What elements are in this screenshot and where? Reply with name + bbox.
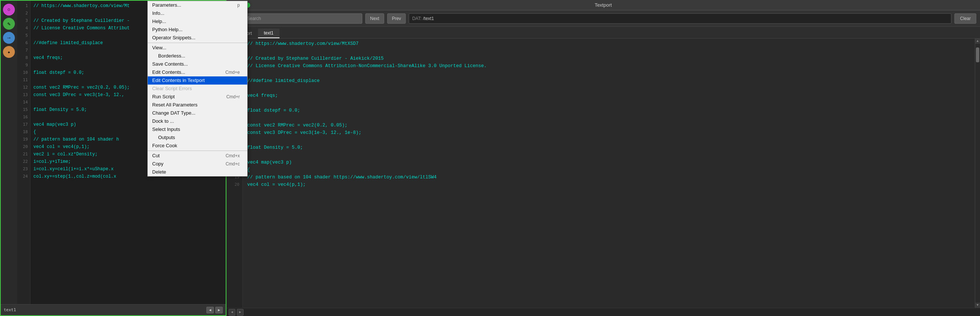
tp-code-line: // pattern based on 104 shader https://w… [247,173,970,181]
dat-label: DAT: [412,16,421,21]
menu-item-reset-all-parameters[interactable]: Reset All Parameters [148,101,247,109]
search-box[interactable]: Search [243,13,362,24]
next-button[interactable]: Next [365,13,384,24]
tp-code-line: vec4 map(vec3 p) [247,159,970,166]
menu-item-select-inputs[interactable]: Select Inputs [148,125,247,133]
tp-code-content[interactable]: // https://www.shadertoy.com/view/MtXSD7… [243,38,975,308]
left-footer: text1 ◀ ▶ [1,304,226,315]
menu-item-run-script[interactable]: Run Script Cmd+r [148,93,247,101]
tp-code-line [247,84,970,92]
line-num: 16 [17,113,30,121]
menu-item-borderless[interactable]: Borderless... [148,52,247,60]
textport-titlebar: Textport [226,0,980,10]
tp-code-line: // https://www.shadertoy.com/view/MtXSD7 [247,40,970,48]
textport-code: 1 2 3 4 5 6 7 8 9 10 11 12 13 14 15 16 1… [226,38,980,308]
line-num: 12 [17,84,30,91]
scroll-up-arrow[interactable]: ▲ [975,38,980,44]
sidebar-icon-pen[interactable]: ✎ [3,18,15,30]
line-num: 20 [17,143,30,151]
menu-item-python-help[interactable]: Python Help... [148,25,247,34]
line-num: 19 [17,136,30,143]
line-num: 18 [17,128,30,136]
scroll-thumb[interactable] [976,48,979,62]
vertical-scrollbar[interactable]: ▲ ▼ [975,38,980,308]
line-num: 21 [17,151,30,158]
menu-shortcut: Cmd+c [226,160,240,168]
tab-text1[interactable]: text1 [258,29,280,38]
footer-prev-button[interactable]: ◀ [207,307,214,313]
menu-item-edit-in-textport[interactable]: Edit Contents in Textport [148,76,247,84]
scroll-track[interactable] [975,44,980,303]
tp-code-line [247,137,970,144]
footer-tab-label: text1 [4,308,16,312]
dat-field[interactable]: DAT: /text1 [409,13,951,24]
line-num: 11 [17,76,30,84]
menu-item-change-dat-type[interactable]: Change DAT Type... [148,109,247,117]
footer-buttons: ◀ ▶ [207,307,223,313]
textport-tabs: Textport text1 [226,27,980,38]
tp-code-line: const vec3 DPrec = vec3(1e-3, 12., 1e-8)… [247,129,970,137]
line-num: 8 [17,54,30,62]
textport-toolbar: 🐍 Search Next Prev DAT: /text1 Clear [226,10,980,27]
line-num: 3 [17,17,30,24]
menu-shortcut: Cmd+x [226,152,240,160]
menu-item-edit-contents[interactable]: Edit Contents... Cmd+e [148,68,247,76]
line-num: 23 [17,165,30,173]
line-num: 2 [17,10,30,17]
sidebar-icon-circle[interactable]: ○ [3,4,15,16]
left-sidebar: ○ ✎ → ✦ [1,1,17,304]
menu-separator [148,151,247,151]
menu-separator [148,43,247,43]
tp-code-line [247,48,970,55]
tp-line-num: 20 [226,181,242,188]
menu-item-cut[interactable]: Cut Cmd+x [148,152,247,160]
menu-item-delete[interactable]: Delete [148,168,247,176]
sidebar-icon-arrow[interactable]: → [3,32,15,44]
left-panel: ○ ✎ → ✦ 1 2 3 4 5 6 7 8 9 10 11 12 13 14… [0,0,226,316]
line-num: 10 [17,69,30,76]
tp-code-line: // Created by Stephane Cuillerdier - Aie… [247,55,970,62]
left-line-numbers: 1 2 3 4 5 6 7 8 9 10 11 12 13 14 15 16 1… [17,1,30,304]
line-num: 22 [17,158,30,165]
menu-item-copy[interactable]: Copy Cmd+c [148,160,247,168]
menu-item-help[interactable]: Help... [148,17,247,25]
menu-item-info[interactable]: Info... [148,9,247,17]
clear-button[interactable]: Clear [955,13,976,24]
footer-scroll-right[interactable]: ▶ [237,309,243,316]
right-panel: Textport 🐍 Search Next Prev DAT: /text1 … [226,0,980,316]
menu-shortcut: Cmd+e [225,68,240,76]
menu-item-operator-snippets[interactable]: Operator Snippets... [148,34,247,42]
menu-shortcut: Cmd+r [226,93,240,101]
menu-item-force-cook[interactable]: Force Cook [148,142,247,150]
menu-item-dock-to[interactable]: Dock to ... [148,117,247,125]
menu-item-save-contents[interactable]: Save Contents... [148,60,247,68]
textport-footer: ◀ ▶ [226,308,980,316]
tp-code-line: vec4 freqs; [247,92,970,99]
line-num: 6 [17,39,30,47]
footer-next-button[interactable]: ▶ [215,307,223,313]
menu-item-parameters[interactable]: Parameters... p [148,1,247,9]
scroll-down-arrow[interactable]: ▼ [975,303,980,308]
line-num: 9 [17,62,30,69]
menu-item-clear-script-errors: Clear Script Errors [148,84,247,93]
window-title: Textport [595,2,612,8]
sidebar-icon-star[interactable]: ✦ [3,46,15,58]
line-num: 24 [17,173,30,180]
prev-button[interactable]: Prev [387,13,406,24]
tp-code-line: { [247,166,970,173]
tp-code-line: float dstepf = 0.0; [247,107,970,114]
menu-item-view[interactable]: View... [148,44,247,52]
line-num: 17 [17,121,30,128]
tp-code-line: const vec2 RMPrec = vec2(0.2, 0.05); [247,122,970,129]
tp-code-line: float Density = 5.0; [247,144,970,151]
line-num: 1 [17,2,30,10]
context-menu: Parameters... p Info... Help... Python H… [147,1,248,176]
line-num: 7 [17,47,30,54]
dat-value: /text1 [423,16,434,21]
line-num: 5 [17,32,30,39]
search-placeholder: Search [247,16,261,21]
tp-code-line [247,70,970,77]
menu-item-outputs[interactable]: Outputs [148,133,247,142]
footer-scroll-left[interactable]: ◀ [229,309,235,316]
line-num: 4 [17,24,30,32]
